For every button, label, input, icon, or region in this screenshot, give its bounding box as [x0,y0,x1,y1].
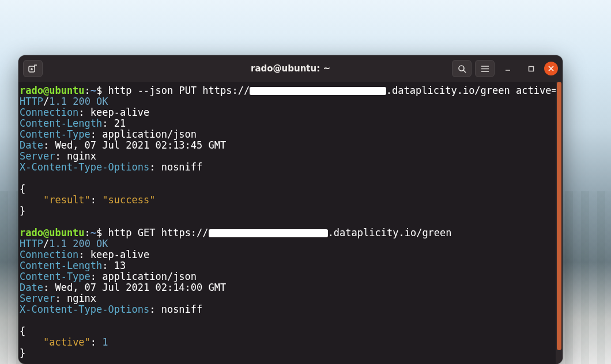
titlebar: rado@ubuntu: ~ [18,55,563,82]
redacted-segment [209,229,328,237]
minimize-icon [504,65,511,72]
search-icon [458,65,466,73]
new-tab-button[interactable] [23,60,43,77]
terminal-output: rado@ubuntu:~$ http --json PUT https://.… [20,84,561,360]
close-icon [548,66,554,71]
terminal-window: rado@ubuntu: ~ [18,55,563,364]
svg-rect-2 [529,66,533,71]
maximize-button[interactable] [521,60,541,77]
maximize-icon [528,66,534,72]
svg-point-1 [459,66,464,71]
desktop-wallpaper: rado@ubuntu: ~ [0,0,611,364]
search-button[interactable] [452,60,472,77]
scrollbar-track[interactable] [556,82,563,364]
scrollbar-thumb[interactable] [557,82,561,350]
redacted-segment [250,87,386,95]
close-button[interactable] [544,62,558,75]
terminal-body[interactable]: rado@ubuntu:~$ http --json PUT https://.… [18,82,563,364]
menu-button[interactable] [475,60,495,77]
minimize-button[interactable] [498,60,518,77]
new-tab-icon [28,65,37,73]
hamburger-icon [481,65,489,73]
